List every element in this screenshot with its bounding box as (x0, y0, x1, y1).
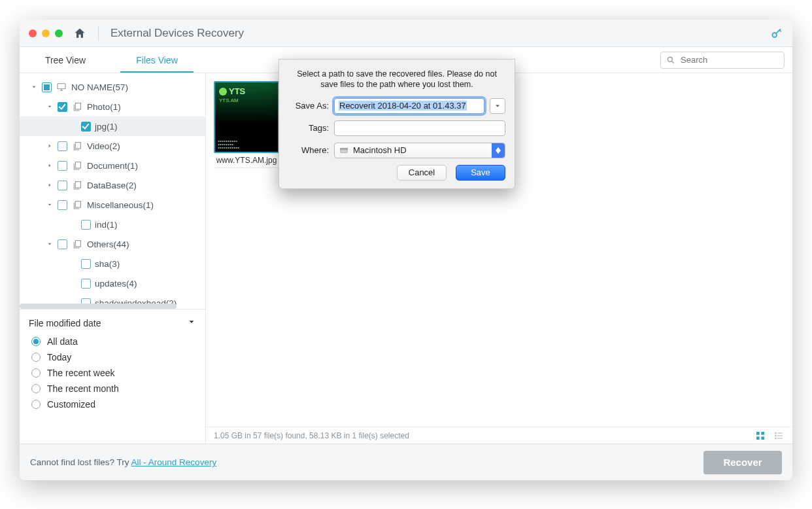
filter-option[interactable]: All data (29, 334, 196, 349)
svg-rect-6 (75, 182, 80, 188)
tree-node[interactable]: DataBase(2) (20, 175, 205, 195)
filter-option-label: Today (47, 352, 71, 362)
key-icon[interactable] (770, 27, 783, 40)
radio-icon (31, 384, 41, 393)
filter-option[interactable]: Customized (29, 396, 196, 412)
list-view-icon[interactable] (773, 430, 785, 441)
footer: Cannot find lost files? Try All - Around… (20, 444, 792, 480)
radio-icon (31, 400, 41, 409)
checkbox[interactable] (81, 122, 91, 132)
checkbox[interactable] (58, 161, 67, 171)
filter-option[interactable]: Today (29, 349, 196, 365)
all-around-recovery-link[interactable]: All - Around Recovery (131, 457, 217, 467)
save-as-value: Recoverit 2018-04-20 at 01.43.37 (339, 101, 467, 111)
dialog-message: Select a path to save the recovered file… (288, 69, 505, 90)
chevron-down-icon (187, 317, 196, 328)
page-title: External Devices Recovery (110, 27, 244, 40)
tree-node[interactable]: sha(3) (20, 254, 205, 273)
tree-node-label: Document(1) (87, 161, 138, 171)
checkbox[interactable] (58, 239, 67, 249)
home-icon[interactable] (73, 27, 86, 40)
svg-rect-9 (756, 432, 760, 435)
status-bar: 1.05 GB in 57 file(s) found, 58.13 KB in… (206, 427, 792, 444)
svg-rect-7 (75, 202, 80, 207)
checkbox[interactable] (81, 279, 91, 289)
filter-option[interactable]: The recent week (29, 365, 196, 381)
chevron-down-icon[interactable] (30, 83, 38, 91)
tree-node-label: Others(44) (87, 239, 129, 249)
chevron-down-icon[interactable] (46, 240, 54, 248)
tags-field[interactable] (334, 120, 505, 136)
svg-rect-10 (761, 432, 764, 435)
svg-rect-20 (341, 148, 348, 149)
thumbnail-caption: www.YTS.AM.jpg (214, 156, 279, 168)
chevron-right-icon[interactable] (46, 181, 54, 189)
search-input[interactable] (679, 54, 779, 65)
window-controls (29, 29, 63, 37)
expand-dialog-button[interactable] (490, 98, 505, 114)
category-icon (71, 239, 83, 249)
scrollbar-horizontal[interactable] (20, 304, 177, 309)
tree-node[interactable]: updates(4) (20, 273, 205, 293)
close-window-button[interactable] (29, 29, 37, 37)
tree-node-label: Miscellaneous(1) (87, 200, 154, 210)
checkbox[interactable] (81, 220, 91, 230)
tree-node[interactable]: Document(1) (20, 156, 205, 175)
filter-option-label: The recent week (47, 368, 115, 378)
radio-icon (31, 353, 41, 362)
chevron-right-icon[interactable] (46, 162, 54, 169)
view-tabs: Tree View Files View (20, 47, 203, 73)
filter-panel: File modified date All dataTodayThe rece… (20, 309, 205, 416)
file-tree: NO NAME(57)Photo(1)jpg(1)Video(2)Documen… (20, 73, 205, 309)
filter-option-label: Customized (47, 399, 95, 410)
checkbox[interactable] (81, 259, 91, 269)
tree-node[interactable]: Photo(1) (20, 97, 205, 116)
tree-node[interactable]: Video(2) (20, 136, 205, 156)
search-icon (666, 56, 675, 65)
checkbox[interactable] (58, 181, 67, 190)
tab-tree-view[interactable]: Tree View (20, 47, 111, 73)
tree-node-label: Photo(1) (87, 102, 121, 112)
checkbox[interactable] (58, 141, 67, 151)
hdd-icon (339, 146, 349, 155)
checkbox[interactable] (42, 82, 52, 92)
recover-button[interactable]: Recover (703, 451, 782, 474)
save-as-field[interactable]: Recoverit 2018-04-20 at 01.43.37 (334, 98, 484, 114)
chevron-down-icon[interactable] (46, 201, 54, 209)
chevron-right-icon[interactable] (46, 142, 54, 150)
tree-node[interactable]: Miscellaneous(1) (20, 195, 205, 215)
tree-node[interactable]: Others(44) (20, 234, 205, 254)
grid-view-icon[interactable] (754, 430, 766, 441)
svg-rect-12 (761, 436, 764, 440)
tab-files-view[interactable]: Files View (111, 47, 203, 73)
checkbox[interactable] (58, 200, 67, 210)
category-icon (71, 200, 83, 210)
thumb-brand: YTS (229, 86, 245, 96)
tree-node[interactable]: ind(1) (20, 215, 205, 234)
checkbox[interactable] (58, 102, 67, 112)
radio-icon (31, 337, 41, 346)
chevron-down-icon[interactable] (46, 103, 54, 111)
save-dialog: Select a path to save the recovered file… (279, 59, 515, 189)
cancel-button[interactable]: Cancel (397, 165, 447, 181)
where-label: Where: (288, 145, 329, 155)
titlebar: External Devices Recovery (20, 20, 792, 47)
filter-option[interactable]: The recent month (29, 381, 196, 396)
sidebar: NO NAME(57)Photo(1)jpg(1)Video(2)Documen… (20, 73, 206, 444)
radio-icon (31, 368, 41, 377)
svg-rect-14 (777, 432, 783, 433)
svg-point-1 (668, 57, 672, 61)
tree-node-label: ind(1) (95, 220, 118, 230)
search-box[interactable] (660, 52, 785, 69)
tree-node-label: DataBase(2) (87, 181, 137, 190)
save-button[interactable]: Save (456, 165, 505, 181)
minimize-window-button[interactable] (42, 29, 50, 37)
file-thumbnail[interactable]: YTS YTS.AM ∎∎∎∎∎∎∎∎∎∎∎∎∎∎∎∎∎∎∎∎∎∎∎∎∎∎∎∎∎… (214, 81, 279, 168)
zoom-window-button[interactable] (55, 29, 63, 37)
tree-node[interactable]: jpg(1) (20, 116, 205, 136)
category-icon (71, 141, 83, 151)
where-field[interactable]: Macintosh HD (334, 143, 505, 158)
filter-heading[interactable]: File modified date (29, 317, 196, 328)
svg-rect-18 (777, 438, 783, 438)
tree-node[interactable]: NO NAME(57) (20, 77, 205, 97)
